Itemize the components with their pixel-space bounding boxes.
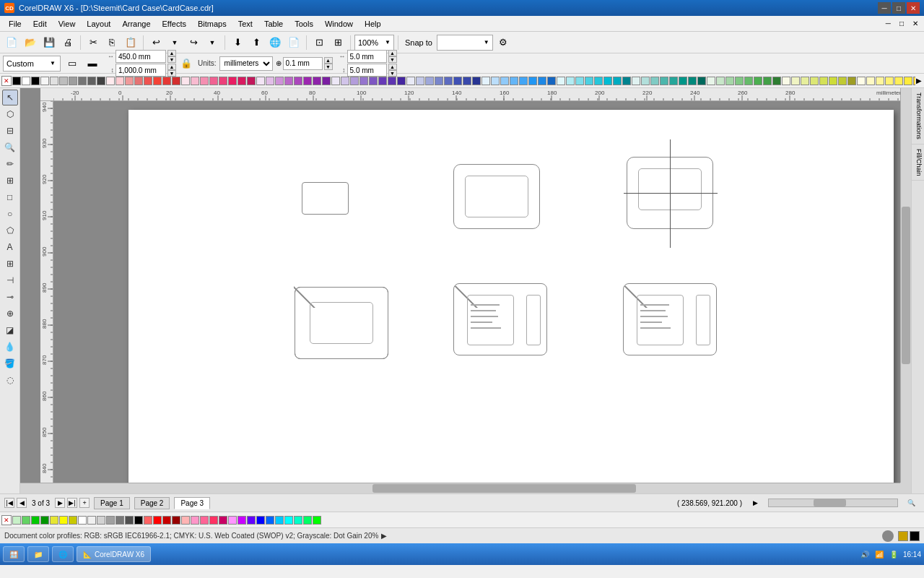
color-swatch[interactable]: [641, 77, 650, 85]
color-swatch[interactable]: [660, 77, 668, 85]
menu-bitmaps[interactable]: Bitmaps: [192, 16, 232, 31]
dim1-down[interactable]: ▼: [388, 56, 397, 63]
color-swatch[interactable]: [78, 77, 87, 85]
color-swatch[interactable]: [181, 77, 190, 85]
color-swatch[interactable]: [622, 77, 631, 85]
color-swatch[interactable]: [566, 77, 575, 85]
bottom-color-swatch[interactable]: [59, 516, 68, 525]
color-swatch[interactable]: [444, 77, 453, 85]
color-swatch[interactable]: [87, 77, 96, 85]
color-swatch[interactable]: [876, 77, 884, 85]
select-tool[interactable]: ↖: [2, 90, 18, 105]
color-swatch[interactable]: [594, 77, 603, 85]
color-swatch[interactable]: [463, 77, 471, 85]
bottom-color-swatch[interactable]: [12, 516, 21, 525]
bottom-color-swatch[interactable]: [31, 516, 40, 525]
color-swatch[interactable]: [481, 77, 490, 85]
menu-effects[interactable]: Effects: [157, 16, 192, 31]
app-close-btn[interactable]: ✕: [910, 18, 921, 29]
bottom-color-swatch[interactable]: [87, 516, 96, 525]
play-btn[interactable]: ▶: [746, 494, 764, 512]
color-swatch[interactable]: [172, 77, 180, 85]
bottom-color-swatch[interactable]: [106, 516, 115, 525]
network-icon[interactable]: 📶: [874, 549, 884, 559]
color-swatch[interactable]: [557, 77, 565, 85]
cut-button[interactable]: ✂: [84, 34, 102, 51]
outline-swatch[interactable]: [910, 531, 920, 541]
bottom-color-swatch[interactable]: [97, 516, 105, 525]
color-swatch[interactable]: [538, 77, 546, 85]
publish-button[interactable]: 🌐: [266, 34, 284, 51]
menu-layout[interactable]: Layout: [81, 16, 116, 31]
bottom-color-swatch[interactable]: [69, 516, 77, 525]
dim-tool[interactable]: ⊣: [2, 272, 18, 288]
bottom-color-swatch[interactable]: [219, 516, 227, 525]
color-swatch[interactable]: [153, 77, 162, 85]
transformations-tab[interactable]: Transformations: [912, 88, 924, 144]
color-swatch[interactable]: [603, 77, 612, 85]
minimize-button[interactable]: ─: [878, 2, 891, 14]
nudge-input[interactable]: [283, 57, 323, 70]
color-swatch[interactable]: [294, 77, 302, 85]
menu-edit[interactable]: Edit: [27, 16, 53, 31]
page-tab-3[interactable]: Page 3: [174, 497, 210, 509]
landscape-button[interactable]: ▬: [84, 55, 101, 72]
zoom-tool[interactable]: 🔍: [2, 139, 18, 155]
color-swatch[interactable]: [453, 77, 462, 85]
width-down[interactable]: ▼: [167, 56, 176, 63]
dim1-input[interactable]: [347, 50, 387, 63]
color-swatch[interactable]: [106, 77, 115, 85]
shape-card-inner[interactable]: [453, 164, 540, 229]
bottom-color-swatch[interactable]: [191, 516, 199, 525]
color-swatch[interactable]: [791, 77, 800, 85]
color-swatch[interactable]: [341, 77, 349, 85]
color-swatch[interactable]: [491, 77, 500, 85]
bottom-color-swatch[interactable]: [40, 516, 49, 525]
color-swatch[interactable]: [744, 77, 753, 85]
color-swatch[interactable]: [116, 77, 124, 85]
color-swatch[interactable]: [500, 77, 509, 85]
color-swatch[interactable]: [707, 77, 715, 85]
page-tab-2[interactable]: Page 2: [134, 497, 170, 509]
color-swatch[interactable]: [247, 77, 256, 85]
shape-card-lines[interactable]: [453, 283, 547, 355]
color-swatch[interactable]: [810, 77, 819, 85]
taskbar-explorer[interactable]: 📁: [27, 546, 49, 562]
color-swatch[interactable]: [97, 77, 105, 85]
redo-arrow[interactable]: ▼: [204, 34, 221, 51]
bottom-color-swatch[interactable]: [172, 516, 180, 525]
dim1-up[interactable]: ▲: [388, 50, 397, 56]
menu-file[interactable]: File: [3, 16, 27, 31]
bottom-color-swatch[interactable]: [247, 516, 256, 525]
color-swatch[interactable]: [425, 77, 434, 85]
color-swatch[interactable]: [40, 77, 49, 85]
color-swatch[interactable]: [388, 77, 396, 85]
color-swatch[interactable]: [350, 77, 359, 85]
print-button[interactable]: 🖨: [59, 34, 77, 51]
app-restore-btn[interactable]: □: [897, 18, 907, 29]
dim2-up[interactable]: ▲: [388, 64, 397, 70]
scroll-horizontal[interactable]: [20, 483, 900, 493]
crop-tool[interactable]: ⊟: [2, 123, 18, 139]
export-button[interactable]: ⬆: [248, 34, 265, 51]
bottom-color-swatch[interactable]: [134, 516, 143, 525]
power-icon[interactable]: 🔋: [889, 549, 899, 559]
color-swatch[interactable]: [679, 77, 687, 85]
rect-tool[interactable]: □: [2, 189, 18, 205]
color-swatch[interactable]: [416, 77, 424, 85]
shape-folder-simple[interactable]: [295, 287, 388, 359]
bottom-color-swatch[interactable]: [313, 516, 321, 525]
zoom-dropdown[interactable]: 100% ▼: [354, 35, 394, 51]
color-swatch[interactable]: [847, 77, 856, 85]
color-swatch[interactable]: [885, 77, 894, 85]
portrait-button[interactable]: ▭: [64, 55, 81, 72]
color-swatch[interactable]: [303, 77, 312, 85]
units-select[interactable]: millimeters inches pixels: [219, 56, 273, 71]
scroll-thumb-v[interactable]: [902, 207, 910, 364]
color-swatch[interactable]: [275, 77, 284, 85]
bottom-color-swatch[interactable]: [125, 516, 134, 525]
menu-help[interactable]: Help: [359, 16, 387, 31]
bottom-color-swatch[interactable]: [284, 516, 293, 525]
color-swatch[interactable]: [904, 77, 912, 85]
color-swatch[interactable]: [359, 77, 368, 85]
